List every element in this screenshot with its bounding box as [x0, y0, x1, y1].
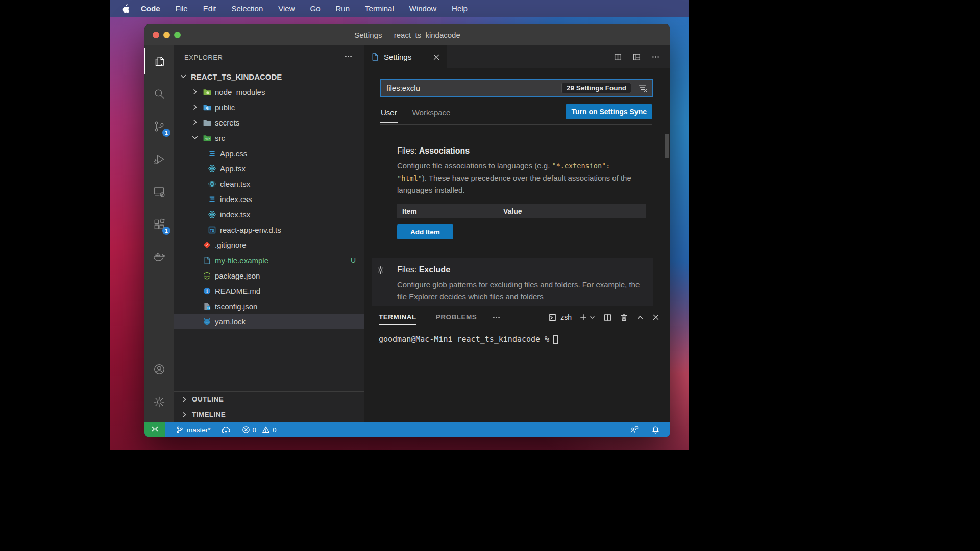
activity-bar-run-debug-icon[interactable] — [144, 146, 174, 172]
tsconfig-icon: TS — [203, 302, 211, 311]
tree-item-tsconfig-json[interactable]: TStsconfig.json — [174, 298, 364, 314]
tree-item-package-json[interactable]: npmpackage.json — [174, 268, 364, 283]
chevron-down-icon[interactable] — [589, 314, 596, 321]
terminal-panel: TERMINAL PROBLEMS zsh — [364, 306, 670, 422]
tree-item-label: index.tsx — [220, 210, 250, 219]
menu-item-code[interactable]: Code — [133, 4, 168, 13]
split-terminal-icon[interactable] — [603, 313, 612, 322]
editor-area: Settings files:exclu — [364, 45, 670, 422]
feedback-icon[interactable] — [630, 425, 639, 434]
activity-bar-explorer-icon[interactable] — [144, 48, 174, 74]
problems-status[interactable]: 0 0 — [242, 425, 277, 434]
turn-on-settings-sync-button[interactable]: Turn on Settings Sync — [566, 104, 652, 119]
new-terminal-icon[interactable] — [579, 313, 587, 321]
kill-terminal-icon[interactable] — [620, 313, 628, 322]
column-item: Item — [397, 207, 503, 215]
tree-item-src[interactable]: </>src — [174, 130, 364, 145]
menu-item-run[interactable]: Run — [328, 4, 358, 13]
tab-settings[interactable]: Settings — [364, 45, 447, 68]
sidebar-section-timeline[interactable]: TIMELINE — [174, 407, 364, 422]
editor-actions — [614, 45, 670, 68]
description-text: ). These have precedence over the defaul… — [397, 173, 631, 194]
sync-changes-status[interactable] — [221, 425, 231, 434]
clear-filters-icon[interactable] — [638, 83, 647, 93]
tree-item-index-css[interactable]: index.css — [174, 191, 364, 207]
tab-problems[interactable]: PROBLEMS — [436, 308, 477, 327]
close-window-button[interactable] — [153, 32, 159, 38]
window-titlebar[interactable]: Settings — react_ts_kindacode — [144, 24, 670, 45]
activity-bar-settings-icon[interactable] — [144, 389, 174, 415]
terminal-header: TERMINAL PROBLEMS zsh — [364, 306, 670, 329]
setting-description: Configure file associations to languages… — [397, 160, 643, 196]
activity-bar-account-icon[interactable] — [144, 357, 174, 382]
menu-item-view[interactable]: View — [271, 4, 302, 13]
chevron-right-icon — [191, 103, 199, 111]
close-panel-icon[interactable] — [652, 313, 660, 321]
svg-text:</>: </> — [205, 137, 210, 140]
setting-gear-icon[interactable] — [376, 265, 385, 275]
menu-item-go[interactable]: Go — [303, 4, 328, 13]
activity-bar-source-control-icon[interactable]: 1 — [144, 114, 174, 139]
panel-more-actions-icon[interactable] — [492, 313, 501, 322]
notifications-bell-icon[interactable] — [651, 425, 660, 434]
workbench: 11 EXPLORER REACT_TS_KINDACODEnode_modul… — [144, 45, 670, 422]
explorer-sidebar: EXPLORER REACT_TS_KINDACODEnode_modulesp… — [174, 45, 364, 422]
menu-item-window[interactable]: Window — [402, 4, 444, 13]
activity-bar-search-icon[interactable] — [144, 81, 174, 107]
menu-item-help[interactable]: Help — [444, 4, 475, 13]
tree-item-clean-tsx[interactable]: clean.tsx — [174, 176, 364, 191]
add-item-button[interactable]: Add Item — [397, 224, 453, 239]
tab-terminal[interactable]: TERMINAL — [379, 308, 416, 327]
settings-scrollbar[interactable] — [665, 134, 669, 158]
tree-item-readme-md[interactable]: iREADME.md — [174, 283, 364, 298]
apple-menu-icon[interactable] — [121, 4, 130, 14]
explorer-more-actions-icon[interactable] — [344, 52, 353, 62]
setting-files-exclude[interactable]: Files: Exclude Configure glob patterns f… — [372, 258, 653, 306]
sidebar-section-outline[interactable]: OUTLINE — [174, 391, 364, 407]
minimize-window-button[interactable] — [163, 32, 170, 38]
tree-item-app-tsx[interactable]: App.tsx — [174, 161, 364, 176]
tree-item-my-file-example[interactable]: my-file.exampleU — [174, 253, 364, 268]
activity-bar-extensions-icon[interactable]: 1 — [144, 212, 174, 237]
css-icon — [208, 195, 216, 204]
editor-more-actions-icon[interactable] — [651, 53, 660, 61]
menu-item-file[interactable]: File — [168, 4, 195, 13]
tree-item-yarn-lock[interactable]: yarn.lock — [174, 314, 364, 329]
menu-item-terminal[interactable]: Terminal — [357, 4, 402, 13]
terminal-content[interactable]: goodman@Mac-Mini react_ts_kindacode % — [364, 329, 670, 344]
tree-item-react-app-env-d-ts[interactable]: TSreact-app-env.d.ts — [174, 222, 364, 237]
menu-item-selection[interactable]: Selection — [224, 4, 271, 13]
git-icon — [203, 241, 211, 249]
tree-item-label: index.css — [220, 195, 252, 204]
extensions-badge: 1 — [162, 227, 170, 235]
remote-indicator[interactable] — [144, 422, 165, 437]
tree-item-react-ts-kindacode[interactable]: REACT_TS_KINDACODE — [174, 69, 364, 84]
split-editor-icon[interactable] — [614, 53, 622, 61]
activity-bar-docker-icon[interactable] — [144, 244, 174, 270]
tab-workspace[interactable]: Workspace — [412, 104, 451, 123]
sidebar-title: EXPLORER — [184, 54, 223, 61]
menu-item-edit[interactable]: Edit — [195, 4, 224, 13]
close-tab-icon[interactable] — [432, 53, 440, 61]
tree-item-secrets[interactable]: secrets — [174, 115, 364, 130]
tree-item-node-modules[interactable]: node_modules — [174, 84, 364, 99]
info-icon: i — [203, 287, 211, 295]
file-icon — [203, 256, 211, 265]
tree-item-index-tsx[interactable]: index.tsx — [174, 207, 364, 222]
zoom-window-button[interactable] — [174, 32, 181, 38]
shell-selector[interactable]: zsh — [548, 313, 572, 322]
editor-layout-icon[interactable] — [632, 53, 641, 61]
maximize-panel-icon[interactable] — [636, 313, 644, 321]
desktop-screen: CodeFileEditSelectionViewGoRunTerminalWi… — [0, 0, 980, 551]
tree-item-public[interactable]: public — [174, 99, 364, 115]
terminal-cursor — [553, 335, 558, 344]
activity-bar-remote-explorer-icon[interactable] — [144, 179, 174, 205]
tree-item-label: REACT_TS_KINDACODE — [191, 72, 282, 81]
svg-text:i: i — [206, 288, 208, 293]
tab-user[interactable]: User — [380, 104, 398, 123]
setting-category: Files: — [397, 265, 419, 274]
tree-item-app-css[interactable]: App.css — [174, 145, 364, 161]
settings-search-input[interactable]: files:exclu 29 Settings Found — [380, 79, 653, 97]
git-branch-status[interactable]: master* — [176, 425, 211, 434]
tree-item--gitignore[interactable]: .gitignore — [174, 237, 364, 253]
